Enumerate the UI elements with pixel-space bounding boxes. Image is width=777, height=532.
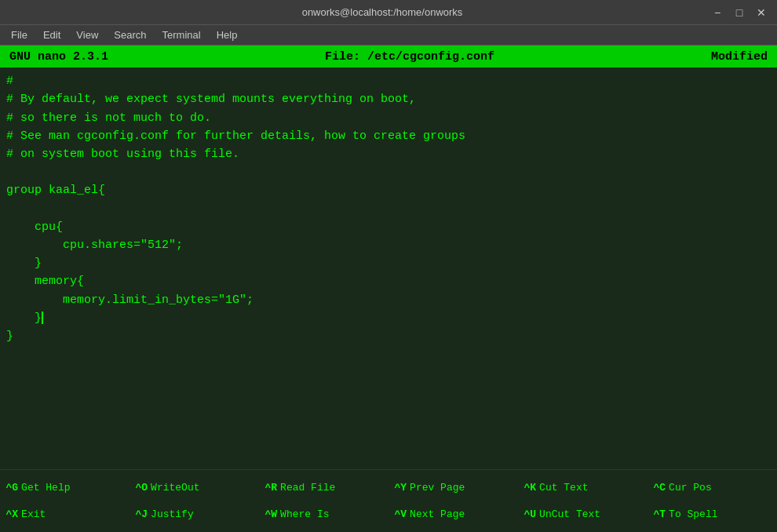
- code-line: # on system boot using this file.: [6, 145, 771, 163]
- code-line: # By default, we expect systemd mounts e…: [6, 90, 771, 108]
- shortcut-item: ^WWhere Is: [265, 508, 383, 520]
- nano-version: GNU nano 2.3.1: [9, 50, 108, 64]
- shortcut-item: ^TTo Spell: [654, 508, 772, 520]
- shortcut-item: ^GGet Help: [6, 482, 124, 494]
- shortcut-key: ^Y: [395, 482, 407, 494]
- code-line: memory.limit_in_bytes="1G";: [6, 291, 771, 309]
- editor-area[interactable]: ## By default, we expect systemd mounts …: [0, 67, 777, 469]
- code-line: cpu{: [6, 218, 771, 236]
- shortcut-key: ^W: [265, 508, 278, 520]
- shortcut-key: ^U: [524, 508, 537, 520]
- code-line: [6, 163, 771, 181]
- shortcut-key: ^C: [654, 482, 666, 494]
- shortcut-label: Where Is: [280, 508, 329, 520]
- shortcut-key: ^K: [524, 482, 537, 494]
- shortcut-row-2: ^XExit^JJustify^WWhere Is^VNext Page^UUn…: [0, 508, 777, 520]
- code-line: cpu.shares="512";: [6, 236, 771, 254]
- code-line: }: [6, 254, 771, 272]
- code-line: }: [6, 327, 771, 345]
- window-titlebar: onworks@localhost:/home/onworks − □ ✕: [0, 0, 777, 25]
- shortcut-item: ^UUnCut Text: [524, 508, 642, 520]
- shortcut-item: ^RRead File: [265, 482, 383, 494]
- shortcut-item: ^YPrev Page: [395, 482, 513, 494]
- code-line: [6, 399, 771, 417]
- shortcut-key: ^J: [136, 508, 148, 520]
- shortcut-row-1: ^GGet Help^OWriteOut^RRead File^YPrev Pa…: [0, 482, 777, 494]
- code-line: [6, 417, 771, 435]
- code-line: group kaal_el{: [6, 181, 771, 199]
- menu-help[interactable]: Help: [209, 27, 246, 42]
- shortcut-item: ^XExit: [6, 508, 124, 520]
- code-line: [6, 381, 771, 399]
- code-line: # See man cgconfig.conf for further deta…: [6, 127, 771, 145]
- shortcut-label: Next Page: [410, 508, 465, 520]
- minimize-button[interactable]: −: [710, 6, 725, 19]
- shortcut-key: ^X: [6, 508, 19, 520]
- window-title: onworks@localhost:/home/onworks: [55, 6, 710, 18]
- window-controls[interactable]: − □ ✕: [710, 6, 769, 19]
- code-line: [6, 200, 771, 218]
- shortcut-label: WriteOut: [151, 482, 199, 494]
- nano-file: File: /etc/cgconfig.conf: [325, 50, 494, 64]
- code-line: memory{: [6, 272, 771, 290]
- maximize-button[interactable]: □: [731, 6, 747, 19]
- shortcut-label: Prev Page: [410, 482, 465, 494]
- shortcut-label: UnCut Text: [539, 508, 600, 520]
- shortcut-label: Justify: [151, 508, 194, 520]
- menu-terminal[interactable]: Terminal: [155, 27, 209, 42]
- shortcut-label: Read File: [280, 482, 335, 494]
- shortcut-key: ^V: [395, 508, 407, 520]
- shortcut-item: ^VNext Page: [395, 508, 513, 520]
- nano-modified: Modified: [711, 50, 768, 64]
- menu-edit[interactable]: Edit: [35, 27, 68, 42]
- shortcut-label: Cur Pos: [669, 482, 712, 494]
- shortcut-key: ^G: [6, 482, 19, 494]
- menu-search[interactable]: Search: [106, 27, 154, 42]
- menu-file[interactable]: File: [3, 27, 35, 42]
- shortcut-item: ^OWriteOut: [136, 482, 254, 494]
- shortcut-label: Exit: [21, 508, 46, 520]
- code-line: [6, 363, 771, 381]
- code-line: }: [6, 309, 771, 327]
- code-line: [6, 345, 771, 363]
- shortcut-label: To Spell: [669, 508, 717, 520]
- close-button[interactable]: ✕: [753, 6, 769, 19]
- shortcut-key: ^O: [136, 482, 148, 494]
- shortcut-item: ^JJustify: [136, 508, 254, 520]
- shortcut-item: ^KCut Text: [524, 482, 642, 494]
- menu-view[interactable]: View: [68, 27, 106, 42]
- shortcut-key: ^R: [265, 482, 278, 494]
- shortcut-label: Cut Text: [539, 482, 588, 494]
- code-line: # so there is not much to do.: [6, 109, 771, 127]
- shortcut-item: ^CCur Pos: [654, 482, 772, 494]
- nano-statusbar: GNU nano 2.3.1 File: /etc/cgconfig.conf …: [0, 46, 777, 67]
- text-cursor: [42, 312, 43, 324]
- shortcut-key: ^T: [654, 508, 666, 520]
- menubar: File Edit View Search Terminal Help: [0, 25, 777, 46]
- nano-shortcuts: ^GGet Help^OWriteOut^RRead File^YPrev Pa…: [0, 469, 777, 532]
- code-line: #: [6, 72, 771, 90]
- shortcut-label: Get Help: [21, 482, 70, 494]
